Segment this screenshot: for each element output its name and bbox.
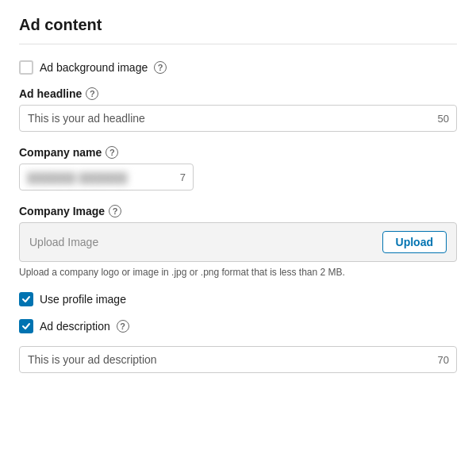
use-profile-image-field: Use profile image <box>19 292 457 306</box>
ad-description-help-icon[interactable]: ? <box>117 320 129 333</box>
company-name-label: Company name ? <box>19 146 457 159</box>
ad-description-input[interactable] <box>19 346 457 373</box>
company-name-char-count: 7 <box>180 171 186 183</box>
background-image-field: Ad background image ? <box>19 60 457 75</box>
company-image-label: Company Image ? <box>19 205 457 217</box>
page-title: Ad content <box>19 16 457 34</box>
use-profile-image-label: Use profile image <box>40 293 126 306</box>
checkmark-icon-desc <box>21 321 31 331</box>
upload-hint: Upload a company logo or image in .jpg o… <box>19 267 457 278</box>
checkmark-icon <box>21 294 31 304</box>
upload-button[interactable]: Upload <box>382 231 447 253</box>
headline-label: Ad headline ? <box>19 87 457 100</box>
ad-description-checkbox-row: Ad description ? <box>19 319 457 333</box>
company-name-field: Company name ? ▓▓▓▓▓▓ ▓▓▓▓▓▓ 7 <box>19 146 457 191</box>
headline-input-wrapper: 50 <box>19 105 457 132</box>
ad-description-label: Ad description <box>40 320 110 333</box>
upload-placeholder: Upload Image <box>29 236 98 248</box>
ad-description-field: 70 <box>19 346 457 373</box>
ad-description-checkbox[interactable] <box>19 319 33 333</box>
upload-area: Upload Image Upload <box>19 222 457 262</box>
headline-input[interactable] <box>19 105 457 132</box>
background-image-help-icon[interactable]: ? <box>154 61 167 74</box>
headline-field: Ad headline ? 50 <box>19 87 457 132</box>
ad-content-panel: Ad content Ad background image ? Ad head… <box>0 0 476 403</box>
company-image-help-icon[interactable]: ? <box>109 205 121 217</box>
company-image-field: Company Image ? Upload Image Upload Uplo… <box>19 205 457 278</box>
company-name-help-icon[interactable]: ? <box>106 146 118 159</box>
company-name-input-wrapper: ▓▓▓▓▓▓ ▓▓▓▓▓▓ 7 <box>19 164 194 191</box>
headline-help-icon[interactable]: ? <box>86 87 98 100</box>
section-divider <box>19 44 457 44</box>
background-image-label: Ad background image <box>40 61 148 74</box>
background-image-checkbox[interactable] <box>19 60 33 75</box>
ad-description-input-wrapper: 70 <box>19 346 457 373</box>
company-name-input[interactable] <box>19 164 194 191</box>
use-profile-image-checkbox[interactable] <box>19 292 33 306</box>
